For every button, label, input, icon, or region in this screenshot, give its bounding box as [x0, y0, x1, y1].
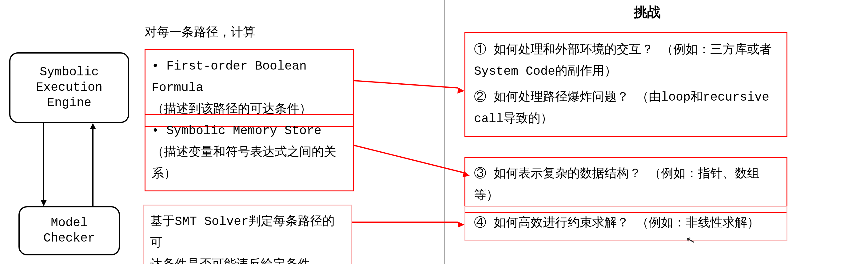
- connector-up-line: [92, 128, 93, 206]
- challenge-4: ④ 如何高效进行约束求解？ （例如：非线性求解）: [474, 213, 778, 234]
- box3-line1: 基于SMT Solver判定每条路径的可: [150, 211, 345, 254]
- box1-line1: • First-order Boolean Formula: [152, 56, 347, 99]
- challenges-heading: 挑战: [633, 3, 661, 21]
- arrow-1-head-icon: [457, 87, 464, 94]
- path-intro-text: 对每一条路径，计算: [145, 25, 255, 41]
- connector-up-arrow-icon: [90, 123, 96, 129]
- challenge-3: ③ 如何表示复杂的数据结构？ （例如：指针、数组等）: [474, 164, 778, 206]
- challenge-2: ② 如何处理路径爆炸问题？ （由loop和recursive call导致的）: [474, 87, 778, 130]
- arrow-2-line: [353, 145, 464, 173]
- arrow-1-line: [354, 80, 458, 89]
- smt-solver-box: 基于SMT Solver判定每条路径的可 达条件是否可能违反给定条件。: [143, 205, 352, 264]
- connector-down-arrow-icon: [40, 200, 47, 206]
- challenge-4-box: ④ 如何高效进行约束求解？ （例如：非线性求解）: [464, 206, 787, 241]
- challenges-12-box: ① 如何处理和外部环境的交互？ （例如：三方库或者System Code的副作用…: [464, 32, 787, 137]
- model-checker-node: Model Checker: [19, 206, 120, 255]
- symbolic-execution-engine-node: Symbolic Execution Engine: [9, 52, 129, 123]
- box2-line1: • Symbolic Memory Store: [152, 120, 347, 142]
- checker-label: Model Checker: [43, 215, 95, 246]
- diagram-canvas: Symbolic Execution Engine Model Checker …: [0, 0, 868, 264]
- arrow-3-line: [352, 222, 458, 223]
- connector-down-line: [43, 123, 44, 201]
- challenge-1: ① 如何处理和外部环境的交互？ （例如：三方库或者System Code的副作用…: [474, 39, 778, 83]
- symbolic-memory-store-box: • Symbolic Memory Store （描述变量和符号表达式之间的关系…: [145, 114, 354, 192]
- arrow-2-head-icon: [463, 171, 471, 179]
- vertical-divider: [444, 0, 445, 264]
- engine-label: Symbolic Execution Engine: [36, 65, 102, 111]
- box2-line2: （描述变量和符号表达式之间的关系）: [152, 142, 347, 185]
- arrow-3-head-icon: [458, 222, 464, 228]
- box3-line2: 达条件是否可能违反给定条件。: [150, 254, 345, 264]
- challenge-3-box: ③ 如何表示复杂的数据结构？ （例如：指针、数组等）: [464, 157, 787, 213]
